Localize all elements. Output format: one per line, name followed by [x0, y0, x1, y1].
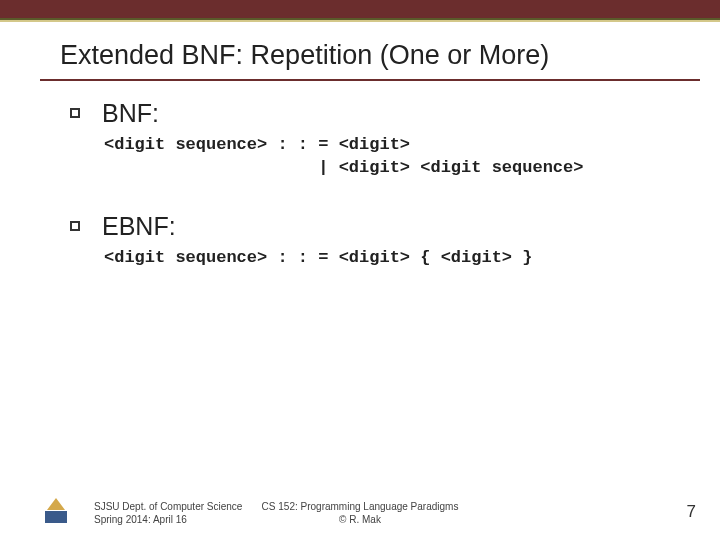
title-wrap: Extended BNF: Repetition (One or More) [0, 22, 720, 75]
footer-center: CS 152: Programming Language Paradigms ©… [262, 500, 459, 526]
list-item: BNF: [70, 99, 670, 128]
square-bullet-icon [70, 221, 80, 231]
code-block-bnf: <digit sequence> : : = <digit> | <digit>… [104, 134, 670, 180]
page-number: 7 [687, 502, 696, 522]
sjsu-logo-icon [44, 498, 68, 526]
item-label-bnf: BNF: [102, 99, 159, 128]
footer: SJSU Dept. of Computer Science Spring 20… [0, 498, 720, 526]
code-block-ebnf: <digit sequence> : : = <digit> { <digit>… [104, 247, 670, 270]
slide-title: Extended BNF: Repetition (One or More) [60, 40, 690, 71]
footer-date: Spring 2014: April 16 [94, 513, 242, 526]
square-bullet-icon [70, 108, 80, 118]
footer-course: CS 152: Programming Language Paradigms [262, 500, 459, 513]
footer-left: SJSU Dept. of Computer Science Spring 20… [94, 500, 242, 526]
list-item: EBNF: [70, 212, 670, 241]
content-area: BNF: <digit sequence> : : = <digit> | <d… [0, 81, 720, 270]
footer-dept: SJSU Dept. of Computer Science [94, 500, 242, 513]
top-bar [0, 0, 720, 20]
item-label-ebnf: EBNF: [102, 212, 176, 241]
footer-copyright: © R. Mak [262, 513, 459, 526]
